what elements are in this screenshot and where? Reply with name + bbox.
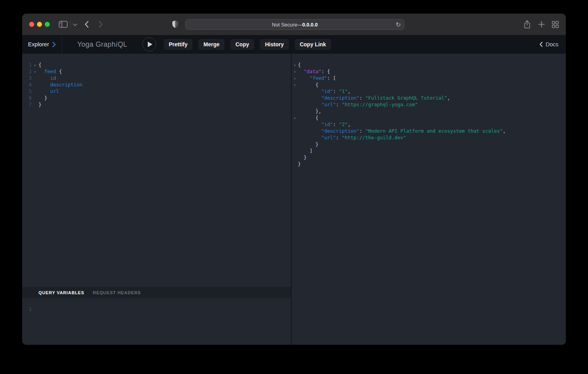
code-line: 1▾{ bbox=[22, 61, 291, 68]
reload-icon[interactable]: ↻ bbox=[396, 21, 401, 28]
code-line: } bbox=[292, 154, 566, 161]
token-def: "data" bbox=[304, 68, 321, 74]
close-window-button[interactable] bbox=[29, 22, 34, 27]
token-punct: { bbox=[298, 82, 318, 88]
browser-chrome: Not Secure — 0.0.0.0 ↻ bbox=[22, 14, 566, 35]
code-line: ] bbox=[292, 147, 566, 154]
token-punct: ] bbox=[298, 148, 313, 154]
token-prop: description bbox=[50, 82, 82, 88]
explorer-label: Explorer bbox=[28, 41, 49, 47]
fold-arrow-icon[interactable]: ▾ bbox=[294, 82, 298, 88]
fold-arrow-icon[interactable]: ▾ bbox=[294, 115, 298, 121]
line-number: 1 bbox=[29, 61, 34, 68]
execute-query-button[interactable] bbox=[142, 37, 156, 51]
variables-tabs: QUERY VARIABLESREQUEST HEADERS bbox=[22, 287, 291, 298]
token-punct bbox=[38, 88, 50, 94]
explorer-toggle-button[interactable]: Explorer bbox=[22, 35, 62, 54]
address-bar[interactable]: Not Secure — 0.0.0.0 ↻ bbox=[185, 19, 404, 30]
token-str: "1" bbox=[339, 88, 348, 94]
code-line: } bbox=[292, 141, 566, 147]
token-punct: : [ bbox=[327, 75, 336, 81]
token-str: "https://graphql-yoga.com" bbox=[342, 102, 418, 107]
code-line: "description": "Fullstack GraphQL Tutori… bbox=[292, 95, 566, 101]
tab-request-headers[interactable]: REQUEST HEADERS bbox=[93, 290, 141, 295]
fold-arrow-icon[interactable]: ▾ bbox=[34, 68, 38, 75]
token-punct bbox=[298, 75, 310, 81]
result-viewer[interactable]: ▾{▾ "data": {▾ "feed": [▾ { "id": "1", "… bbox=[292, 54, 566, 345]
code-line: ▾ "data": { bbox=[292, 68, 566, 75]
code-line: 7} bbox=[22, 101, 291, 108]
token-punct bbox=[298, 128, 321, 134]
code-line: "url": "http://the-guild.dev" bbox=[292, 134, 566, 141]
address-separator: — bbox=[297, 22, 302, 28]
toolbar-buttons: PrettifyMergeCopyHistoryCopy Link bbox=[164, 39, 331, 50]
tab-query-variables[interactable]: QUERY VARIABLES bbox=[38, 290, 84, 295]
token-punct: : bbox=[333, 88, 339, 94]
minimize-window-button[interactable] bbox=[37, 22, 42, 27]
token-punct: { bbox=[298, 62, 301, 68]
sidebar-icon[interactable] bbox=[59, 21, 68, 28]
page-title: Yoga GraphiQL bbox=[62, 40, 142, 49]
shield-icon[interactable] bbox=[172, 20, 178, 28]
token-punct: { bbox=[56, 68, 62, 74]
code-line: 1 bbox=[22, 306, 291, 313]
chrome-divider bbox=[70, 21, 71, 28]
code-line: ▾ { bbox=[292, 81, 566, 88]
token-punct: } bbox=[38, 95, 47, 101]
chevron-down-icon[interactable] bbox=[73, 23, 77, 26]
token-str: "Modern API Platform and ecosystem that … bbox=[365, 128, 503, 134]
code-line: "id": "1", bbox=[292, 88, 566, 95]
token-punct bbox=[298, 102, 321, 107]
token-prop: "description" bbox=[321, 128, 359, 134]
address-host: 0.0.0.0 bbox=[302, 22, 318, 28]
history-button[interactable]: History bbox=[260, 39, 289, 50]
token-punct: , bbox=[503, 128, 506, 134]
token-punct: : bbox=[336, 135, 342, 140]
fold-arrow-icon[interactable]: ▾ bbox=[294, 68, 298, 75]
token-punct: : bbox=[359, 128, 365, 134]
token-prop: "url" bbox=[321, 102, 336, 107]
prettify-button[interactable]: Prettify bbox=[164, 39, 192, 50]
result-pane: ▾{▾ "data": {▾ "feed": [▾ { "id": "1", "… bbox=[292, 54, 566, 345]
code-line: ▾ { bbox=[292, 114, 566, 121]
docs-label: Docs bbox=[546, 41, 558, 47]
fold-arrow-icon[interactable]: ▾ bbox=[294, 75, 298, 82]
query-variables-editor[interactable]: 1 bbox=[22, 298, 291, 345]
copy-button[interactable]: Copy bbox=[230, 39, 254, 50]
query-editor[interactable]: 1▾{2▾ feed {3 id4 description5 url6 }7} bbox=[22, 54, 291, 287]
token-punct: : bbox=[359, 95, 365, 101]
new-tab-icon[interactable] bbox=[538, 21, 545, 28]
forward-icon[interactable] bbox=[98, 21, 103, 28]
token-str: "Fullstack GraphQL Tutorial" bbox=[365, 95, 447, 101]
zoom-window-button[interactable] bbox=[45, 22, 50, 27]
code-line: ▾{ bbox=[292, 61, 566, 68]
token-punct bbox=[298, 88, 321, 94]
token-str: "2" bbox=[339, 121, 348, 127]
line-number: 3 bbox=[29, 75, 34, 81]
share-icon[interactable] bbox=[523, 20, 531, 29]
token-prop: "feed" bbox=[310, 75, 327, 81]
copy-link-button[interactable]: Copy Link bbox=[295, 39, 331, 50]
line-number: 7 bbox=[29, 101, 34, 108]
code-line: } bbox=[292, 161, 566, 167]
graphiql-toolbar: Explorer Yoga GraphiQL PrettifyMergeCopy… bbox=[22, 35, 566, 54]
code-line: ▾ "feed": [ bbox=[292, 75, 566, 81]
main-content: 1▾{2▾ feed {3 id4 description5 url6 }7} … bbox=[22, 54, 566, 345]
back-icon[interactable] bbox=[84, 21, 89, 28]
tab-overview-icon[interactable] bbox=[552, 21, 559, 28]
fold-arrow-icon[interactable]: ▾ bbox=[34, 62, 38, 68]
token-punct: }, bbox=[298, 108, 321, 114]
code-line: 6 } bbox=[22, 95, 291, 101]
docs-button[interactable]: Docs bbox=[539, 41, 558, 47]
token-prop: url bbox=[50, 88, 59, 94]
chevron-right-icon bbox=[52, 42, 56, 47]
line-number: 5 bbox=[29, 88, 34, 95]
token-punct: } bbox=[298, 141, 318, 147]
token-punct: } bbox=[298, 155, 307, 160]
token-punct: : bbox=[336, 102, 342, 107]
token-punct bbox=[298, 95, 321, 101]
merge-button[interactable]: Merge bbox=[198, 39, 224, 50]
fold-arrow-icon[interactable]: ▾ bbox=[294, 62, 298, 68]
token-punct: } bbox=[298, 161, 301, 167]
token-prop: "url" bbox=[321, 135, 336, 140]
